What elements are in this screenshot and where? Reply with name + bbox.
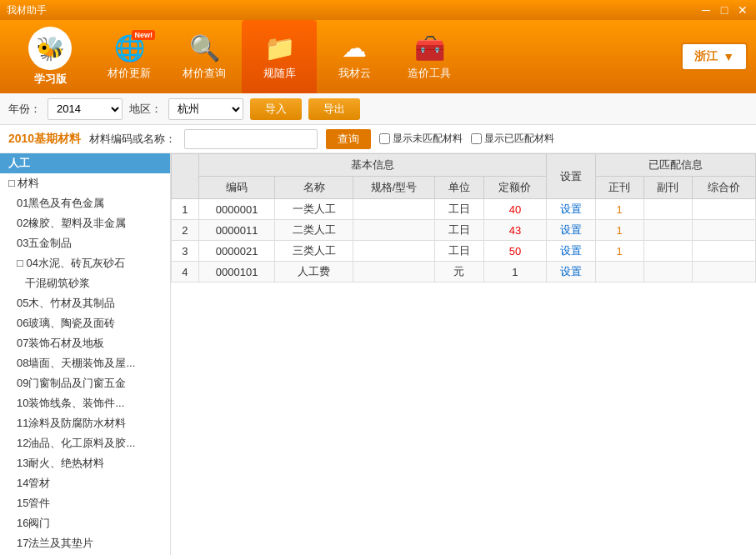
nav-item-budget[interactable]: 📁 规随库	[242, 20, 317, 93]
search-input[interactable]	[184, 129, 318, 149]
cell-name: 二类人工	[275, 220, 353, 241]
col-matched-info: 已匹配信息	[595, 154, 755, 177]
sidebar-item-11[interactable]: 11涂料及防腐防水材料	[0, 413, 170, 433]
cell-unit: 元	[435, 262, 483, 282]
tools-icon: 🧰	[414, 33, 445, 62]
nav-item-pricing-tools[interactable]: 🧰 造价工具	[392, 20, 467, 93]
sidebar-item-08[interactable]: 08墙面、天棚装饰及屋...	[0, 353, 170, 373]
nav-item-material-update[interactable]: New! 🌐 材价更新	[92, 20, 167, 93]
nav-label-budget: 规随库	[263, 66, 296, 81]
logo-text: 学习版	[34, 72, 67, 87]
cell-zhengkan: 1	[595, 241, 643, 262]
cell-name: 一类人工	[275, 199, 353, 220]
search-label: 材料编码或名称：	[89, 132, 176, 147]
sidebar-item-17[interactable]: 17法兰及其垫片	[0, 533, 170, 553]
sidebar-item-01[interactable]: 01黑色及有色金属	[0, 193, 170, 213]
import-button[interactable]: 导入	[250, 98, 302, 120]
query-button[interactable]: 查询	[326, 129, 371, 149]
cell-no: 3	[172, 241, 199, 262]
cell-no: 2	[172, 220, 199, 241]
app-title: 我材助手	[7, 3, 47, 18]
cell-code: 0000021	[198, 241, 275, 262]
matched-checkbox-label[interactable]: 显示已匹配材料	[471, 132, 554, 146]
cell-zonghe	[693, 199, 756, 220]
matched-checkbox[interactable]	[471, 133, 482, 144]
sidebar-item-15[interactable]: 15管件	[0, 493, 170, 513]
sidebar-item-14[interactable]: 14管材	[0, 473, 170, 493]
cell-price: 43	[483, 220, 547, 241]
col-unit: 单位	[435, 177, 483, 199]
cell-spec	[353, 262, 434, 282]
nav-label-material-query: 材价查询	[183, 66, 226, 81]
close-button[interactable]: ✕	[736, 3, 749, 17]
cell-spec	[353, 220, 434, 241]
cell-no: 4	[172, 262, 199, 282]
cell-unit: 工日	[435, 241, 483, 262]
cell-zhengkan: 1	[595, 220, 643, 241]
year-select[interactable]: 2014 2013 2012	[48, 98, 123, 120]
table-row: 2 0000011 二类人工 工日 43 设置 1	[172, 220, 756, 241]
title-bar: 我材助手 ─ □ ✕	[0, 0, 756, 20]
nav-bar: 🐝 学习版 New! 🌐 材价更新 🔍 材价查询 📁 规随库 ☁ 我材云 🧰 造…	[0, 20, 756, 93]
table-area: 基本信息 设置 已匹配信息 编码 名称 规格/型号 单位 定额价 正刊 副刊 综…	[171, 153, 756, 555]
cell-name: 三类人工	[275, 241, 353, 262]
section-title: 2010基期材料	[8, 132, 81, 147]
region-button[interactable]: 浙江 ▼	[681, 42, 748, 71]
cell-code: 0000101	[198, 262, 275, 282]
cell-no: 1	[172, 199, 199, 220]
cell-setting[interactable]: 设置	[547, 199, 595, 220]
cell-name: 人工费	[275, 262, 353, 282]
maximize-button[interactable]: □	[718, 3, 731, 17]
data-table: 基本信息 设置 已匹配信息 编码 名称 规格/型号 单位 定额价 正刊 副刊 综…	[171, 153, 756, 282]
sidebar-item-07[interactable]: 07装饰石材及地板	[0, 333, 170, 353]
sidebar-item-04-sub[interactable]: 干混砌筑砂浆	[0, 273, 170, 293]
new-badge: New!	[132, 30, 155, 40]
export-button[interactable]: 导出	[308, 98, 360, 120]
cell-setting[interactable]: 设置	[547, 262, 595, 282]
nav-label-pricing-tools: 造价工具	[408, 66, 451, 81]
logo-area: 🐝 学习版	[8, 27, 92, 87]
region-select[interactable]: 杭州 宁波 温州	[168, 98, 243, 120]
toolbar: 年份： 2014 2013 2012 地区： 杭州 宁波 温州 导入 导出	[0, 93, 756, 125]
sidebar-item-rengong[interactable]: 人工	[0, 153, 170, 173]
cell-setting[interactable]: 设置	[547, 241, 595, 262]
col-no	[172, 154, 199, 199]
sidebar-item-13[interactable]: 13耐火、绝热材料	[0, 453, 170, 473]
nav-item-material-query[interactable]: 🔍 材价查询	[167, 20, 242, 93]
cell-zhengkan	[595, 262, 643, 282]
sidebar-item-06[interactable]: 06玻璃、陶瓷及面砖	[0, 313, 170, 333]
region-label: 浙江	[694, 49, 718, 64]
nav-label-material-update: 材价更新	[108, 66, 151, 81]
sidebar-item-12[interactable]: 12油品、化工原料及胶...	[0, 433, 170, 453]
year-label: 年份：	[8, 102, 41, 117]
sidebar-item-05[interactable]: 05木、竹材及其制品	[0, 293, 170, 313]
table-row: 3 0000021 三类人工 工日 50 设置 1	[172, 241, 756, 262]
sidebar-item-04[interactable]: □ 04水泥、砖瓦灰砂石	[0, 253, 170, 273]
sidebar-item-02[interactable]: 02橡胶、塑料及非金属	[0, 213, 170, 233]
col-name: 名称	[275, 177, 353, 199]
nav-item-my-cloud[interactable]: ☁ 我材云	[317, 20, 392, 93]
cell-price: 1	[483, 262, 547, 282]
table-row: 1 0000001 一类人工 工日 40 设置 1	[172, 199, 756, 220]
cell-price: 40	[483, 199, 547, 220]
cell-zhengkan: 1	[595, 199, 643, 220]
sidebar-item-16[interactable]: 16阀门	[0, 513, 170, 533]
sidebar-item-09[interactable]: 09门窗制品及门窗五金	[0, 373, 170, 393]
unmatched-checkbox-label[interactable]: 显示未匹配材料	[379, 132, 463, 146]
sidebar-item-03[interactable]: 03五金制品	[0, 233, 170, 253]
logo-bee: 🐝	[28, 27, 72, 70]
sidebar-item-cailiao[interactable]: □ 材料	[0, 173, 170, 193]
cell-fukan	[643, 220, 692, 241]
cell-spec	[353, 199, 434, 220]
cell-price: 50	[483, 241, 547, 262]
section-header: 2010基期材料 材料编码或名称： 查询 显示未匹配材料 显示已匹配材料	[0, 125, 756, 153]
minimize-button[interactable]: ─	[699, 3, 713, 17]
region-label: 地区：	[129, 102, 162, 117]
cell-zonghe	[693, 262, 756, 282]
cell-fukan	[643, 199, 692, 220]
col-zhengkan: 正刊	[595, 177, 643, 199]
unmatched-checkbox[interactable]	[379, 133, 390, 144]
sidebar-item-10[interactable]: 10装饰线条、装饰件...	[0, 393, 170, 413]
cell-setting[interactable]: 设置	[547, 220, 595, 241]
col-zonghe: 综合价	[693, 177, 756, 199]
